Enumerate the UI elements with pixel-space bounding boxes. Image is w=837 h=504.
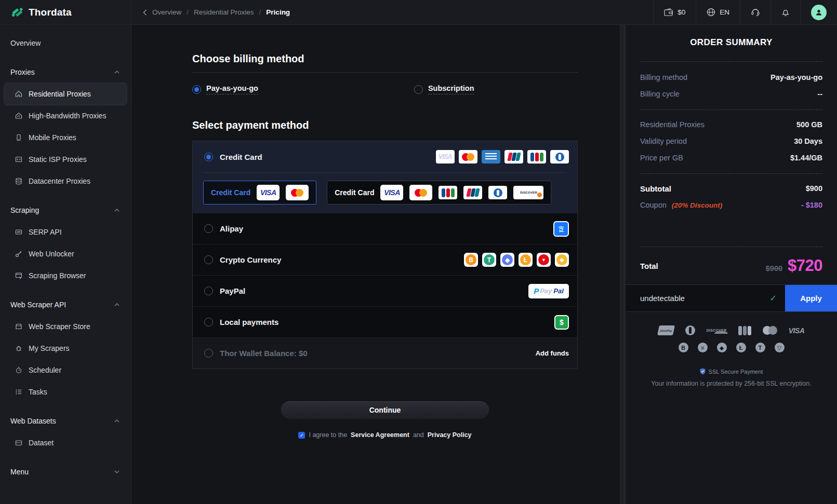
sidebar-item-label: High-Bandwidth Proxies [29, 112, 106, 120]
back-chevron-icon[interactable] [143, 9, 147, 16]
sidebar-item-tasks[interactable]: Tasks [0, 381, 131, 403]
alipay-icon [553, 221, 569, 237]
litecoin-icon: Ł [519, 253, 533, 267]
billing-option-subscription[interactable]: Subscription [414, 84, 474, 94]
coupon-apply-bar: ✓ Apply [626, 284, 837, 312]
payment-label: Local payments [220, 318, 278, 326]
payment-row-thor-wallet[interactable]: Thor Wallet Balance: $0 Add funds [193, 337, 577, 369]
radio-disabled[interactable] [204, 349, 213, 358]
sidebar-item-mobile-proxies[interactable]: Mobile Proxies [0, 127, 131, 148]
card-suboption-2[interactable]: Credit Card VISA DISCOVER [327, 181, 551, 205]
suboption-label: Credit Card [335, 188, 374, 197]
sidebar-group-web-datasets[interactable]: Web Datasets [0, 410, 131, 432]
sidebar-item-overview[interactable]: Overview [0, 32, 131, 54]
radio-unselected[interactable] [204, 318, 213, 326]
ssl-secure-line: SSL Secure Payment [626, 368, 837, 375]
thordata-logo-icon [10, 6, 24, 19]
agreement-text: I agree to the [309, 431, 347, 439]
payment-row-local-payments[interactable]: Local payments $ [193, 306, 577, 337]
radio-unselected[interactable] [204, 224, 213, 233]
unionpay-icon [463, 186, 482, 199]
timer-icon [15, 366, 23, 374]
breadcrumb-residential-proxies[interactable]: Residential Proxies [194, 8, 254, 16]
card-suboption-1[interactable]: Credit Card VISA [203, 181, 316, 205]
radio-selected[interactable] [192, 85, 201, 94]
divider [640, 247, 822, 247]
sidebar-item-dataset[interactable]: Dataset [0, 432, 131, 454]
sidebar-item-datacenter-proxies[interactable]: Datacenter Proxies [0, 170, 131, 192]
sidebar-group-menu[interactable]: Menu [0, 461, 131, 483]
summary-row: Validity period 30 Days [640, 133, 822, 149]
home-icon [15, 90, 23, 98]
notifications-button[interactable] [770, 0, 800, 24]
coupon-input[interactable] [640, 294, 770, 303]
sidebar-item-serp-api[interactable]: API SERP API [0, 221, 131, 243]
database-icon [15, 177, 23, 185]
group-label: Web Scraper API [10, 301, 66, 309]
summary-row: Price per GB $1.44/GB [640, 149, 822, 166]
diners-gray-icon [685, 325, 695, 335]
continue-button[interactable]: Continue [281, 401, 489, 419]
billing-method-title: Choose billing method [192, 53, 578, 65]
breadcrumb-overview[interactable]: Overview [152, 8, 181, 16]
total-row: Total $900 $720 [640, 254, 822, 277]
divider [640, 173, 822, 174]
payment-row-crypto[interactable]: Crypto Currency B T ◆ Ł ▼ ◆ [193, 244, 577, 275]
sidebar-group-proxies[interactable]: Proxies [0, 61, 131, 83]
sidebar-item-scraping-browser[interactable]: Scraping Browser [0, 265, 131, 287]
diners-icon [488, 186, 507, 199]
radio-unselected[interactable] [204, 287, 213, 295]
divider [192, 72, 578, 73]
group-label: Proxies [10, 68, 35, 76]
account-menu[interactable] [800, 0, 837, 24]
sidebar-item-label: Mobile Proxies [29, 133, 76, 142]
summary-value: 500 GB [796, 120, 822, 129]
billing-option-pay-as-you-go[interactable]: Pay-as-you-go [192, 84, 258, 94]
bug-icon [15, 344, 23, 352]
scrollbar[interactable] [620, 25, 625, 504]
privacy-policy-link[interactable]: Privacy Policy [428, 431, 472, 439]
sidebar-item-web-scraper-store[interactable]: Web Scraper Store [0, 316, 131, 337]
payment-row-alipay[interactable]: Alipay [193, 213, 577, 244]
add-funds-button[interactable]: Add funds [536, 349, 569, 357]
language-switcher[interactable]: EN [696, 0, 740, 24]
task-list-icon [15, 388, 23, 396]
radio-unselected[interactable] [414, 85, 423, 94]
billing-option-label: Subscription [428, 84, 474, 94]
summary-value: -- [817, 90, 822, 98]
service-agreement-link[interactable]: Service Agreement [351, 431, 409, 439]
payment-row-credit-card[interactable]: Credit Card VISA [193, 141, 577, 172]
sidebar-item-static-isp-proxies[interactable]: Static ISP Proxies [0, 148, 131, 170]
sidebar-item-web-unlocker[interactable]: Web Unlocker [0, 243, 131, 265]
mastercard-gray-icon [763, 326, 777, 335]
amex-icon [482, 150, 500, 164]
radio-selected[interactable] [204, 153, 213, 161]
agreement-checkbox[interactable]: ✓ [298, 432, 305, 439]
binance-icon: ◆ [555, 253, 569, 267]
brand-logo[interactable]: Thordata [0, 0, 131, 25]
sidebar-item-scheduler[interactable]: Scheduler [0, 359, 131, 381]
summary-label: Validity period [640, 137, 687, 145]
sidebar-item-my-scrapers[interactable]: My Scrapers [0, 337, 131, 359]
app-root: Thordata Overview Proxies Residential Pr… [0, 0, 837, 504]
support-button[interactable] [740, 0, 770, 24]
language-label: EN [720, 8, 729, 16]
avatar[interactable] [811, 5, 827, 20]
wallet-balance-button[interactable]: $0 [653, 0, 696, 24]
radio-unselected[interactable] [204, 255, 213, 264]
group-label: Web Datasets [10, 417, 56, 425]
group-label: Scraping [10, 206, 39, 214]
sidebar-item-high-bandwidth-proxies[interactable]: High-Bandwidth Proxies [0, 105, 131, 127]
payment-row-paypal[interactable]: PayPal PPayPal [193, 275, 577, 306]
sidebar-group-scraping[interactable]: Scraping [0, 199, 131, 221]
code-box-icon [15, 155, 23, 164]
browser-cursor-icon [15, 271, 23, 280]
unlock-wand-icon [15, 250, 23, 258]
total-old-price: $900 [766, 264, 782, 273]
sidebar-item-residential-proxies[interactable]: Residential Proxies [4, 83, 127, 105]
sidebar-group-web-scraper-api[interactable]: Web Scraper API [0, 294, 131, 316]
billing-option-label: Pay-as-you-go [206, 84, 258, 94]
diners-icon [550, 150, 569, 164]
apply-button[interactable]: Apply [785, 285, 837, 311]
order-summary-title: ORDER SUMMARY [640, 37, 822, 48]
